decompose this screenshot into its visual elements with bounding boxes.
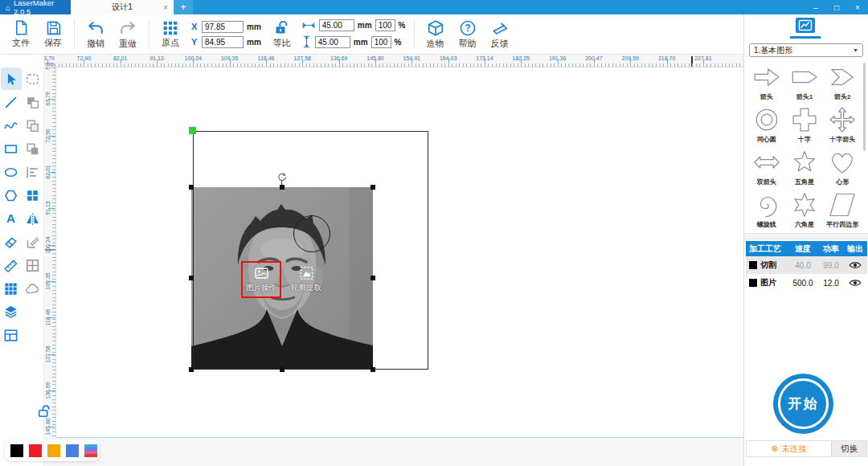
new-tab-button[interactable]: + [174,0,193,14]
process-speed[interactable]: 40.0 [788,261,817,270]
process-power[interactable]: 12.0 [817,279,845,288]
aspect-lock-button[interactable]: 等比 [266,19,298,49]
minimize-button[interactable]: – [805,0,826,14]
shape-item-concentric[interactable]: 同心圆 [747,104,785,146]
shape-item-arrow2[interactable]: 箭头2 [824,61,862,104]
h-ruler-label: 173.14 [476,55,493,61]
help-button[interactable]: ? 帮助 [452,19,484,50]
width-percent-input[interactable] [375,19,395,31]
v-ruler-label: 82.01 [44,157,52,186]
design-canvas[interactable]: 图片操作 轮廓提取 [56,67,743,438]
color-swatch[interactable] [47,444,60,457]
resize-handle[interactable] [280,185,285,190]
shape-item-heart[interactable]: 心形 [824,146,862,189]
process-row-图片[interactable]: 图片500.012.0 [746,274,867,292]
ellipse-tool[interactable] [1,161,22,183]
shape-item-spiral[interactable]: 螺旋线 [747,189,785,231]
eye-icon [849,260,862,270]
shape-item-cross[interactable]: 十字 [785,104,823,146]
y-input[interactable] [202,36,244,48]
tab-close-icon[interactable]: × [163,3,168,12]
shape-item-arrow[interactable]: 箭头 [747,61,785,104]
array-tool[interactable] [23,184,43,206]
cloud-tool[interactable] [23,277,43,300]
start-button[interactable]: 开始 [773,374,833,434]
polygon-tool[interactable] [1,184,22,206]
weld-tool[interactable] [23,91,43,113]
contour-extract-button[interactable]: 轮廓提取 [286,261,326,298]
origin-handle[interactable] [189,127,196,134]
layer-color-swatch[interactable] [749,279,757,287]
disconnected-icon: ⊗ [771,444,778,454]
select-tool[interactable] [1,67,22,90]
process-speed[interactable]: 500.0 [788,279,817,288]
height-percent-input[interactable] [371,36,391,48]
shape-item-arrow1[interactable]: 箭头1 [785,61,823,104]
save-button[interactable]: 保存 [37,19,69,49]
color-swatch[interactable] [10,444,23,457]
shape-item-crossarrow[interactable]: 十字箭头 [824,104,862,146]
frame-select-tool[interactable] [23,67,43,90]
resize-handle[interactable] [371,185,375,190]
x-input[interactable] [202,21,244,33]
close-button[interactable]: × [847,0,868,14]
color-swatch[interactable] [66,444,79,457]
line-tool[interactable] [1,91,22,113]
color-swatch-multi[interactable] [84,444,97,457]
width-input[interactable] [319,19,354,31]
create-button[interactable]: 造物 [420,19,452,50]
shape-item-doublearrow[interactable]: 双箭头 [747,146,785,189]
canvas-lock-icon[interactable] [36,403,52,423]
resize-handle[interactable] [189,367,194,372]
feedback-button[interactable]: 反馈 [484,19,516,50]
curve-tool[interactable] [1,114,22,137]
shape-item-star5[interactable]: 五角星 [785,146,823,189]
switch-device-button[interactable]: 切换 [831,441,866,456]
shape-library-tab[interactable] [796,18,815,33]
shape-scrollbar[interactable] [863,63,866,151]
maximize-button[interactable]: □ [826,0,847,14]
shape-category-select[interactable]: 1.基本图形 ▼ [749,43,863,57]
measure-tool[interactable] [23,231,43,253]
eraser-tool[interactable] [1,231,22,253]
resize-handle[interactable] [189,276,194,280]
circle-shape[interactable] [293,215,330,252]
resize-handle[interactable] [371,276,375,280]
origin-button[interactable]: 原点 [154,20,186,49]
align-tool[interactable] [23,161,43,183]
resize-handle[interactable] [189,185,194,190]
resize-handle[interactable] [280,367,285,372]
process-power[interactable]: 99.0 [817,261,845,270]
origin-icon [162,20,178,36]
document-tab[interactable]: 设计1 × [71,0,174,14]
subtract-tool[interactable] [23,137,43,160]
shape-item-parallelogram[interactable]: 平行四边形 [824,189,862,231]
h-ruler-label: 100.24 [185,55,202,61]
grid-tool[interactable] [1,277,22,300]
ruler-unit-label: mm [45,61,55,67]
undo-button[interactable]: 撤销 [80,19,112,50]
copy-tool[interactable] [23,114,43,137]
shape-item-star6[interactable]: 六角星 [785,189,823,231]
text-tool[interactable]: A [1,207,22,230]
rotation-handle-icon[interactable] [277,170,287,185]
output-toggle[interactable] [845,260,866,270]
layout-tool[interactable] [1,324,22,346]
height-input[interactable] [315,36,350,48]
layer-color-swatch[interactable] [749,261,757,269]
ruler-tool[interactable] [1,254,22,276]
layers-tool[interactable] [1,300,22,323]
h-ruler-label: 218.70 [658,55,675,61]
output-toggle[interactable] [845,278,866,288]
window-tool[interactable] [23,254,43,276]
process-table-rows: 切割40.099.0图片500.012.0 [746,256,867,292]
rectangle-tool[interactable] [1,137,22,160]
color-swatch[interactable] [29,444,42,457]
file-button[interactable]: 文件 [5,19,37,49]
resize-handle[interactable] [371,367,375,372]
image-operations-button[interactable]: 图片操作 [241,261,281,298]
redo-button[interactable]: 重做 [112,19,144,50]
mirror-tool[interactable] [23,207,43,230]
process-row-切割[interactable]: 切割40.099.0 [746,256,867,274]
home-icon: ⌂ [6,3,10,12]
